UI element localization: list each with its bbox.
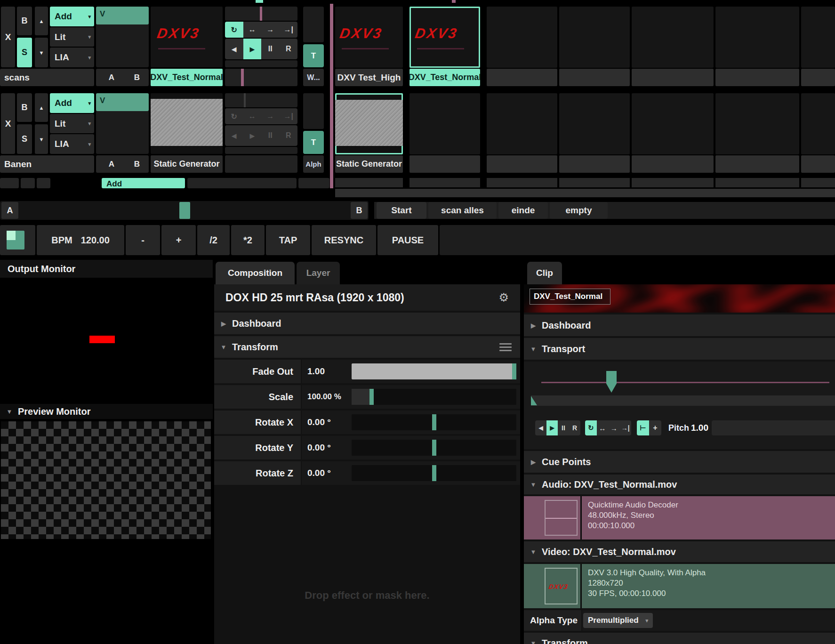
layer1-a-button[interactable]: A — [104, 69, 119, 86]
empty-clip-slot[interactable] — [801, 7, 835, 68]
preview-monitor-header[interactable]: ▼ Preview Monitor — [0, 404, 213, 419]
layer1-up-button[interactable]: ▲ — [35, 7, 48, 35]
clip-cuepoints-header[interactable]: ▶ Cue Points — [524, 451, 835, 473]
empty-clip-label[interactable] — [559, 155, 630, 173]
clip-dxv-test-high-thumb[interactable]: DXV3 — [335, 7, 403, 68]
layer1-x-button[interactable]: X — [1, 7, 15, 67]
loop-icon[interactable]: ↻ — [225, 22, 243, 38]
pause-icon[interactable]: II — [558, 420, 569, 435]
layer1-bypass-button[interactable]: B — [17, 7, 32, 35]
layer1-name[interactable]: scans — [0, 69, 94, 86]
pitch-value[interactable]: 1.00 — [691, 423, 708, 433]
free-mode-icon[interactable]: + — [649, 420, 661, 435]
layer1-t-button[interactable]: T — [303, 44, 324, 67]
bpm-double-button[interactable]: *2 — [231, 225, 265, 255]
empty-clip-label[interactable] — [632, 155, 714, 173]
column-header-einde[interactable]: einde — [498, 202, 548, 219]
composition-dashboard-header[interactable]: ▶ Dashboard — [214, 313, 520, 334]
empty-clip-label[interactable] — [632, 69, 714, 86]
clip-timeline-track[interactable] — [541, 382, 829, 383]
empty-clip-slot[interactable] — [715, 93, 799, 154]
column-header-scan-alles[interactable]: scan alles — [428, 202, 497, 219]
random-icon[interactable]: R — [569, 420, 580, 435]
pitch-slider[interactable] — [712, 420, 835, 435]
rotatez-slider[interactable] — [352, 465, 516, 481]
layer1-blend3-dropdown[interactable]: LIA▾ — [50, 48, 94, 67]
layer1-playhead-strip[interactable] — [225, 7, 297, 21]
crossfader-b-button[interactable]: B — [351, 202, 368, 219]
clip-inout-bar[interactable] — [531, 395, 835, 406]
layer1-blend2-dropdown[interactable]: Lit▾ — [50, 27, 94, 47]
gear-icon[interactable]: ⚙ — [498, 291, 509, 304]
crossfader-handle[interactable] — [179, 202, 190, 219]
layer2-blend2-dropdown[interactable]: Lit▾ — [50, 114, 94, 133]
layer1-w-button[interactable]: W... — [303, 69, 324, 86]
play-once-icon[interactable]: → — [608, 420, 620, 435]
bpm-metronome-cell[interactable] — [0, 225, 35, 255]
play-backward-icon[interactable]: ◀ — [225, 39, 243, 59]
clip-video-header[interactable]: ▼ Video: DXV_Test_Normal.mov — [524, 541, 835, 562]
composition-transform-header[interactable]: ▼ Transform — [214, 336, 520, 358]
param-value[interactable]: 0.00 ° — [302, 468, 352, 478]
layer2-name[interactable]: Banen — [0, 155, 94, 173]
loop-icon[interactable]: ↻ — [585, 420, 597, 435]
layer2-x-button[interactable]: X — [1, 93, 15, 154]
scale-slider[interactable] — [352, 389, 516, 405]
bounce-icon[interactable]: ↔ — [597, 420, 609, 435]
bpm-resync-button[interactable]: RESYNC — [312, 225, 376, 255]
clip-name-field[interactable]: DXV_Test_Normal — [530, 289, 610, 305]
empty-clip-slot[interactable] — [487, 7, 557, 68]
clip-dashboard-header[interactable]: ▶ Dashboard — [524, 314, 835, 336]
empty-clip-slot[interactable] — [559, 7, 630, 68]
clip-audio-header[interactable]: ▼ Audio: DXV_Test_Normal.mov — [524, 475, 835, 494]
layer2-a-button[interactable]: A — [104, 155, 119, 173]
play-forward-icon[interactable]: ▶ — [243, 39, 262, 59]
layer2-video-fader[interactable]: V — [96, 93, 149, 154]
bpm-tap-button[interactable]: TAP — [266, 225, 310, 255]
rotatey-slider[interactable] — [352, 440, 516, 456]
empty-clip-slot[interactable] — [632, 93, 714, 154]
layer2-up-button[interactable]: ▲ — [35, 93, 48, 122]
empty-clip-label[interactable] — [801, 69, 835, 86]
clip-dxv-test-high-label[interactable]: DXV Test_High — [335, 69, 403, 86]
column-header-empty[interactable]: empty — [550, 202, 608, 219]
param-value[interactable]: 0.00 ° — [302, 443, 352, 453]
rotatex-slider[interactable] — [352, 414, 516, 430]
timeline-mode-icon[interactable]: ⊢ — [637, 420, 649, 435]
tab-layer[interactable]: Layer — [297, 262, 340, 284]
partial-layer-blend[interactable]: Add — [102, 178, 185, 188]
bounce-icon[interactable]: ↔ — [243, 22, 262, 38]
clip-static-generator-thumb[interactable] — [335, 93, 403, 154]
empty-clip-slot[interactable] — [801, 93, 835, 154]
random-icon[interactable]: R — [280, 125, 298, 146]
play-hold-icon[interactable]: →| — [280, 108, 298, 124]
empty-clip-slot[interactable] — [487, 93, 557, 154]
play-once-icon[interactable]: → — [261, 108, 280, 124]
tab-composition[interactable]: Composition — [216, 262, 295, 284]
bpm-half-button[interactable]: /2 — [197, 225, 230, 255]
effect-drop-zone[interactable]: Drop effect or mask here. — [214, 584, 520, 607]
layer2-blend3-dropdown[interactable]: LIA▾ — [50, 134, 94, 154]
layer1-clip-position-strip[interactable] — [225, 69, 297, 86]
bpm-pause-button[interactable]: PAUSE — [377, 225, 438, 255]
empty-clip-label[interactable] — [715, 155, 799, 173]
param-value[interactable]: 100.00 % — [302, 392, 352, 402]
layer1-down-button[interactable]: ▼ — [35, 38, 48, 67]
layer2-b-button[interactable]: B — [130, 155, 144, 173]
layer1-video-fader[interactable]: V — [96, 7, 149, 67]
play-hold-icon[interactable]: →| — [280, 22, 298, 38]
crossfader-a-button[interactable]: A — [1, 202, 18, 219]
play-forward-icon[interactable]: ▶ — [243, 125, 262, 146]
layer1-b-button[interactable]: B — [130, 69, 144, 86]
play-forward-icon[interactable]: ▶ — [546, 420, 558, 435]
column-header-start[interactable]: Start — [377, 202, 426, 219]
empty-clip-label[interactable] — [409, 155, 480, 173]
empty-clip-slot[interactable] — [632, 7, 714, 68]
layer2-clip-position-strip[interactable] — [225, 155, 297, 173]
layer2-playhead-strip[interactable] — [225, 93, 297, 107]
layer2-w-button[interactable]: Alph — [303, 155, 324, 173]
layer1-solo-button[interactable]: S — [17, 38, 32, 67]
param-value[interactable]: 1.00 — [302, 366, 352, 377]
clip-dxv-test-normal-label[interactable]: DXV_Test_Normal — [409, 69, 480, 86]
alpha-type-dropdown[interactable]: Premultiplied ▾ — [583, 613, 653, 628]
